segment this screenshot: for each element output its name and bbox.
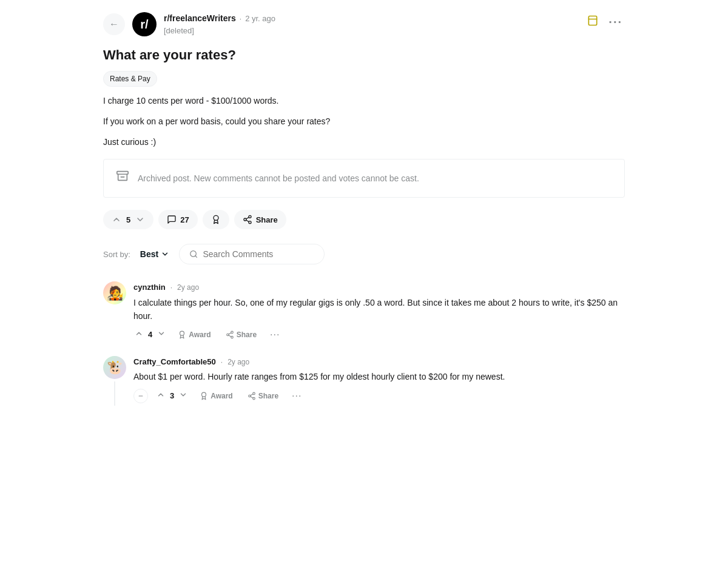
comment-downvote-button[interactable] <box>178 389 189 402</box>
comment-downvote-button[interactable] <box>156 328 167 341</box>
comment-count: 27 <box>180 215 189 224</box>
post-header: ← r/ r/freelanceWriters · 2 yr. ago [del… <box>103 12 625 37</box>
svg-line-11 <box>195 256 197 258</box>
comment-vote-count: 3 <box>170 390 174 402</box>
action-bar: 5 27 <box>103 210 625 229</box>
more-options-button[interactable]: ··· <box>606 13 625 32</box>
dot-separator: · <box>240 13 241 24</box>
post-title: What are your rates? <box>103 47 625 64</box>
svg-line-24 <box>251 394 253 395</box>
comment-upvote-button[interactable] <box>133 328 144 341</box>
archive-icon <box>116 169 129 187</box>
comment-more-button[interactable]: ··· <box>289 390 304 402</box>
comment-text: About $1 per word. Hourly rate ranges fr… <box>133 370 625 383</box>
comment-vote-count: 4 <box>148 329 152 341</box>
comment-author[interactable]: Crafty_Comfortable50 <box>133 356 216 368</box>
search-comments-input[interactable] <box>203 249 314 259</box>
svg-rect-0 <box>589 16 597 25</box>
sort-value: Best <box>140 249 158 259</box>
svg-line-8 <box>246 220 249 222</box>
post-body: I charge 10 cents per word - $100/1000 w… <box>103 94 625 149</box>
search-icon <box>189 249 198 259</box>
comment-item: 🧑‍🎤 cynzthin · 2y ago I calculate things… <box>103 281 625 341</box>
downvote-button[interactable] <box>134 213 146 226</box>
comment-share-label: Share <box>258 392 278 400</box>
comment-share-label: Share <box>237 331 257 339</box>
svg-rect-2 <box>117 172 128 175</box>
comment-item: 🐮 Crafty_Comfortable50 · 2y ago About $1… <box>103 356 625 406</box>
share-button[interactable]: Share <box>234 210 286 229</box>
svg-line-9 <box>246 218 249 220</box>
save-post-button[interactable] <box>584 12 601 32</box>
avatar: 🐮 <box>103 356 126 379</box>
comment-time: 2y ago <box>228 357 249 368</box>
comment-time: 2y ago <box>177 282 199 293</box>
subreddit-icon: r/ <box>132 12 157 36</box>
comment-body: Crafty_Comfortable50 · 2y ago About $1 p… <box>133 356 625 406</box>
comment-body: cynzthin · 2y ago I calculate things per… <box>133 281 625 341</box>
archived-notice: Archived post. New comments cannot be po… <box>103 159 625 198</box>
comment-actions: 3 Award <box>133 389 625 403</box>
comment-author[interactable]: cynzthin <box>133 281 166 294</box>
archived-text: Archived post. New comments cannot be po… <box>138 172 419 185</box>
svg-line-16 <box>229 335 231 337</box>
back-button[interactable]: ← <box>103 13 125 35</box>
comment-more-button[interactable]: ··· <box>268 329 282 341</box>
comment-upvote-button[interactable] <box>155 389 166 402</box>
comment-text: I calculate things per hour. So, one of … <box>133 296 625 323</box>
comments-section: 🧑‍🎤 cynzthin · 2y ago I calculate things… <box>103 281 625 420</box>
comment-actions: 4 Award <box>133 328 625 341</box>
post-body-line-2: If you work on a per word basis, could y… <box>103 115 625 129</box>
post-body-line-3: Just curious :) <box>103 135 625 150</box>
search-comments-box[interactable] <box>179 244 325 264</box>
comments-button[interactable]: 27 <box>158 210 197 229</box>
comment-share-button[interactable]: Share <box>222 328 260 341</box>
award-button[interactable] <box>203 210 229 229</box>
post-author: [deleted] <box>164 25 577 37</box>
post-body-line-1: I charge 10 cents per word - $100/1000 w… <box>103 94 625 109</box>
header-actions: ··· <box>584 12 625 32</box>
share-label: Share <box>256 215 278 224</box>
comment-award-button[interactable]: Award <box>196 389 236 403</box>
comment-award-button[interactable]: Award <box>174 328 214 341</box>
vote-group: 5 <box>103 210 153 229</box>
avatar: 🧑‍🎤 <box>103 281 126 304</box>
comment-award-label: Award <box>189 331 211 339</box>
upvote-button[interactable] <box>110 213 123 226</box>
post-time: 2 yr. ago <box>245 13 275 25</box>
svg-line-17 <box>229 333 231 334</box>
sort-by-label: Sort by: <box>103 249 130 261</box>
comment-vote-group: 3 <box>155 389 189 402</box>
flair-tag[interactable]: Rates & Pay <box>103 71 157 87</box>
comment-award-label: Award <box>211 392 232 400</box>
subreddit-name[interactable]: r/freelanceWriters <box>164 12 236 25</box>
comment-vote-group: 4 <box>133 328 167 341</box>
post-meta: r/freelanceWriters · 2 yr. ago [deleted] <box>164 12 577 37</box>
sort-search-bar: Sort by: Best <box>103 244 625 264</box>
comment-share-button[interactable]: Share <box>244 389 282 403</box>
vote-count: 5 <box>126 214 130 226</box>
sort-select-button[interactable]: Best <box>140 249 169 259</box>
collapse-button[interactable] <box>133 389 148 403</box>
svg-line-23 <box>251 397 253 398</box>
